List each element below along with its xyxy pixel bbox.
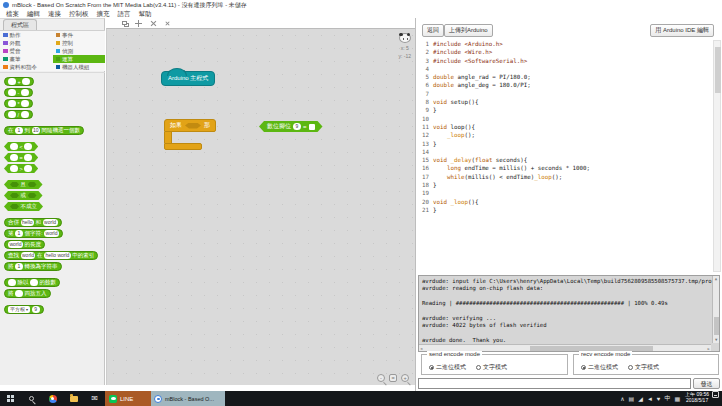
- palette-category[interactable]: 聲音: [0, 47, 53, 55]
- palette-category[interactable]: 偵測: [53, 47, 106, 55]
- mail-icon: ✉: [91, 395, 98, 403]
- taskbar-line-app[interactable]: LINE: [105, 391, 151, 406]
- code-line: 21 }: [421, 206, 711, 214]
- palette-block[interactable]: 平方根▾9: [4, 305, 44, 314]
- line-number: 19: [421, 189, 429, 197]
- zoom-in-icon[interactable]: +: [401, 374, 409, 382]
- tray-icon[interactable]: ∧: [620, 395, 624, 402]
- palette-category[interactable]: 運算: [53, 55, 106, 63]
- palette-block[interactable]: 將四捨五入: [4, 289, 51, 298]
- windows-taskbar: ✉ LINE mBlock - Based O... ∧▤◢◄♥中▦ 上午 09…: [0, 391, 722, 406]
- palette-block[interactable]: <: [4, 142, 38, 151]
- taskbar-explorer-button[interactable]: [63, 391, 84, 406]
- code-line: 13 }: [421, 140, 711, 148]
- add-icon[interactable]: [135, 20, 142, 27]
- palette-block[interactable]: *: [4, 99, 33, 108]
- console-horizontal-scrollbar[interactable]: ◄►: [419, 344, 711, 351]
- line-number: 7: [421, 90, 429, 98]
- code-line: 6 double angle_deg = 180.0/PI;: [421, 81, 711, 89]
- radio-icon[interactable]: [476, 365, 481, 370]
- code-line: 12 _loop();: [421, 131, 711, 139]
- palette-block[interactable]: 將1轉換為字符串: [4, 262, 62, 271]
- tray-icon[interactable]: ▦: [674, 395, 680, 402]
- mblock-app-icon: [154, 395, 162, 403]
- tray-icon[interactable]: 中: [664, 394, 670, 403]
- radio-icon[interactable]: [628, 365, 633, 370]
- encode-option[interactable]: 文字模式: [476, 363, 507, 372]
- line-number: 14: [421, 148, 429, 156]
- palette-category[interactable]: 事件: [53, 31, 106, 39]
- encode-option[interactable]: 二進位模式: [581, 363, 618, 372]
- taskbar-search-button[interactable]: [21, 391, 42, 406]
- digital-pin-equals-block[interactable]: 數位腳位9=: [259, 121, 323, 132]
- palette-block[interactable]: 在1到10間隨機選一個數: [4, 126, 84, 135]
- tray-icon[interactable]: ◄: [647, 396, 653, 402]
- palette-block[interactable]: 查找world在hello world中的索引: [4, 251, 98, 260]
- palette-block[interactable]: /: [4, 110, 33, 119]
- palette-block[interactable]: >: [4, 164, 38, 173]
- send-button[interactable]: 發送: [693, 378, 720, 389]
- taskbar-clock[interactable]: 上午 09:56 2018/5/17: [682, 391, 712, 406]
- palette-category[interactable]: 畫筆: [0, 55, 53, 63]
- encode-option[interactable]: 二進位模式: [429, 363, 466, 372]
- palette-category[interactable]: 動作: [0, 31, 53, 39]
- tray-icon[interactable]: ◢: [638, 395, 643, 402]
- palette-block[interactable]: =: [4, 153, 38, 162]
- palette-category[interactable]: 控制: [53, 39, 106, 47]
- palette-block[interactable]: 除以的餘數: [4, 278, 60, 287]
- grow-icon[interactable]: [149, 18, 159, 28]
- tray-icon[interactable]: ♥: [657, 396, 661, 402]
- category-color-swatch: [3, 57, 8, 62]
- zoom-out-icon[interactable]: -: [377, 374, 385, 382]
- encode-option[interactable]: 文字模式: [628, 363, 659, 372]
- code-line: 17 while(millis() < endTime)_loop();: [421, 173, 711, 181]
- code-line: 5 double angle_rad = PI/180.0;: [421, 73, 711, 81]
- if-then-block[interactable]: 如果 那: [164, 119, 216, 150]
- tray-icon[interactable]: ▤: [629, 395, 635, 402]
- line-number: 5: [421, 73, 429, 81]
- code-scrollbar[interactable]: [713, 40, 721, 272]
- scripts-area: x: 5 y: -12 Arduino 主程式 如果 那 數位腳位9= - = …: [106, 18, 415, 385]
- line-number: 10: [421, 115, 429, 123]
- taskbar-browser-button[interactable]: [42, 391, 63, 406]
- palette-category[interactable]: 資料和指令: [0, 63, 53, 71]
- edit-with-arduino-ide-button[interactable]: 用 Arduino IDE 編輯: [650, 24, 714, 37]
- if-condition-slot[interactable]: [185, 123, 201, 129]
- send-encode-mode-group: send encode mode 二進位模式 文字模式: [421, 354, 568, 375]
- palette-block[interactable]: +: [4, 77, 34, 86]
- palette-category[interactable]: 外觀: [0, 39, 53, 47]
- arduino-program-hat-block[interactable]: Arduino 主程式: [161, 71, 215, 86]
- palette-block[interactable]: 或: [4, 191, 43, 200]
- taskbar-mail-button[interactable]: ✉: [84, 391, 105, 406]
- palette-block[interactable]: 合併hello和world: [4, 218, 62, 227]
- palette-category[interactable]: 機器人模組: [53, 63, 106, 71]
- line-number: 12: [421, 131, 429, 139]
- zoom-reset-icon[interactable]: =: [389, 374, 397, 382]
- back-button[interactable]: 返回: [422, 24, 444, 37]
- palette-block[interactable]: 且: [4, 180, 43, 189]
- upload-to-arduino-button[interactable]: 上傳到Arduino: [444, 24, 493, 37]
- serial-send-input[interactable]: [418, 378, 691, 389]
- taskbar-mblock-app[interactable]: mBlock - Based O...: [151, 391, 225, 406]
- radio-icon[interactable]: [581, 365, 586, 370]
- action-center-icon[interactable]: [712, 391, 719, 398]
- search-icon: [29, 396, 34, 401]
- mblock-window: mBlock - Based On Scratch From the MIT M…: [0, 0, 722, 391]
- start-button[interactable]: [0, 391, 21, 406]
- palette-block[interactable]: 第1個字符:world: [4, 229, 63, 238]
- code-line: 1 #include <Arduino.h>: [421, 40, 711, 48]
- category-color-swatch: [3, 49, 8, 54]
- clock-date: 2018/5/17: [685, 397, 709, 403]
- scripts-canvas[interactable]: x: 5 y: -12 Arduino 主程式 如果 那 數位腳位9= - = …: [106, 28, 415, 385]
- shrink-icon[interactable]: [164, 19, 171, 26]
- console-vertical-scrollbar[interactable]: ▲▼: [712, 276, 719, 343]
- palette-block[interactable]: 不成立: [4, 202, 43, 211]
- palette-block[interactable]: world的長度: [4, 240, 45, 249]
- category-color-swatch: [56, 57, 61, 62]
- radio-icon[interactable]: [429, 365, 434, 370]
- palette-block[interactable]: -: [4, 88, 33, 97]
- category-color-swatch: [56, 65, 61, 70]
- sprite-thumbnail: [399, 33, 411, 43]
- sprite-y-coordinate: y: -12: [398, 53, 411, 59]
- duplicate-icon[interactable]: [122, 21, 127, 25]
